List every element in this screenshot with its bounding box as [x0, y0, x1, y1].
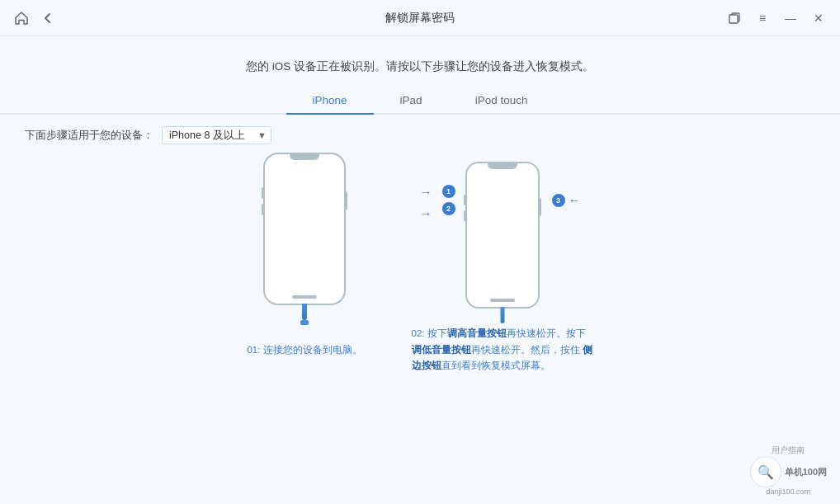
- step2-text-1: 再快速松开。按下: [507, 328, 586, 338]
- back-button[interactable]: [40, 10, 56, 26]
- step2-text-3: 直到看到恢复模式屏幕。: [441, 360, 550, 370]
- step2-phone-body: [465, 162, 540, 309]
- side-button: [345, 191, 348, 210]
- step2-text-2: 再快速松开。然后，按住: [471, 345, 583, 355]
- minimize-button[interactable]: —: [782, 10, 799, 26]
- titlebar: 解锁屏幕密码 ≡ — ✕: [0, 0, 840, 36]
- step2: → → 1 2 3 ← 02: 按: [412, 153, 593, 374]
- step2-highlight-1: 调高音量按钮: [447, 328, 507, 338]
- vol-up-button: [262, 187, 265, 199]
- arrow-right-2: →: [420, 206, 432, 220]
- circle-3: 3: [552, 194, 565, 207]
- menu-button[interactable]: ≡: [754, 10, 771, 26]
- left-arrows: → →: [420, 185, 432, 220]
- watermark-logo: 🔍: [750, 456, 781, 488]
- watermark-top-label: 用户指南: [772, 445, 805, 456]
- step2-side-button: [538, 198, 541, 216]
- titlebar-left: [13, 10, 56, 26]
- watermark-site-name: 单机100网: [785, 466, 827, 478]
- main-content: 您的 iOS 设备正在被识别。请按以下步骤让您的设备进入恢复模式。 iPhone…: [0, 36, 840, 504]
- tab-ipodtouch[interactable]: iPod touch: [449, 87, 554, 115]
- device-select-wrapper[interactable]: iPhone 8 及以上 iPhone 7 iPhone 6s 及以下 ▼: [162, 126, 271, 144]
- subtitle-text: 您的 iOS 设备正在被识别。请按以下步骤让您的设备进入恢复模式。: [246, 59, 594, 74]
- device-row: 下面步骤适用于您的设备： iPhone 8 及以上 iPhone 7 iPhon…: [25, 126, 271, 144]
- watermark-bottom-label: danji100.com: [767, 488, 811, 496]
- step2-vol-up: [464, 195, 467, 205]
- step2-cable: [500, 307, 504, 323]
- circle-2: 2: [442, 202, 455, 215]
- circle-1: 1: [442, 185, 455, 198]
- phone-notch: [290, 154, 319, 160]
- device-label: 下面步骤适用于您的设备：: [25, 129, 153, 143]
- step2-vol-down: [464, 210, 467, 221]
- tab-ipad[interactable]: iPad: [374, 87, 449, 115]
- phone-body: [263, 153, 346, 305]
- phone-home-bar: [292, 295, 317, 299]
- tab-iphone[interactable]: iPhone: [286, 87, 374, 115]
- steps-area: 01: 连接您的设备到电脑。: [0, 153, 840, 374]
- usb-cable: [302, 304, 307, 320]
- window-title: 解锁屏幕密码: [385, 11, 455, 26]
- watermark-logo-row: 🔍 单机100网: [750, 456, 827, 488]
- device-select[interactable]: iPhone 8 及以上 iPhone 7 iPhone 6s 及以下: [162, 126, 271, 144]
- watermark: 用户指南 🔍 单机100网 danji100.com: [750, 445, 827, 496]
- arrow-left-3: ←: [569, 193, 581, 207]
- step2-illustration: → → 1 2 3 ←: [412, 153, 593, 318]
- restore-button[interactable]: [726, 10, 743, 26]
- step2-highlight-2: 调低音量按钮: [412, 345, 471, 355]
- close-button[interactable]: ✕: [810, 10, 827, 26]
- step1-caption: 01: 连接您的设备到电脑。: [247, 344, 361, 356]
- step2-phone-notch: [488, 163, 517, 169]
- watermark-icon: 🔍: [757, 464, 774, 480]
- step2-caption-prefix: 02: 按下: [412, 328, 447, 338]
- step1: 01: 连接您的设备到电脑。: [247, 153, 361, 356]
- usb-connector: [300, 320, 309, 325]
- step1-phone-illustration: [259, 153, 350, 318]
- vol-down-button: [262, 204, 265, 215]
- step2-phone-home-bar: [490, 299, 515, 302]
- watermark-top: 用户指南: [772, 445, 805, 456]
- svg-rect-0: [729, 15, 738, 23]
- home-button[interactable]: [13, 10, 30, 26]
- tabs-row: iPhone iPad iPod touch: [0, 87, 840, 115]
- step2-caption: 02: 按下调高音量按钮再快速松开。按下调低音量按钮再快速松开。然后，按住 侧边…: [412, 326, 593, 374]
- arrow-row-2: →: [420, 206, 432, 220]
- right-arrow-row: 3 ←: [552, 193, 581, 207]
- titlebar-right: ≡ — ✕: [726, 10, 827, 26]
- arrow-right-1: →: [420, 185, 432, 199]
- arrow-row-1: →: [420, 185, 432, 199]
